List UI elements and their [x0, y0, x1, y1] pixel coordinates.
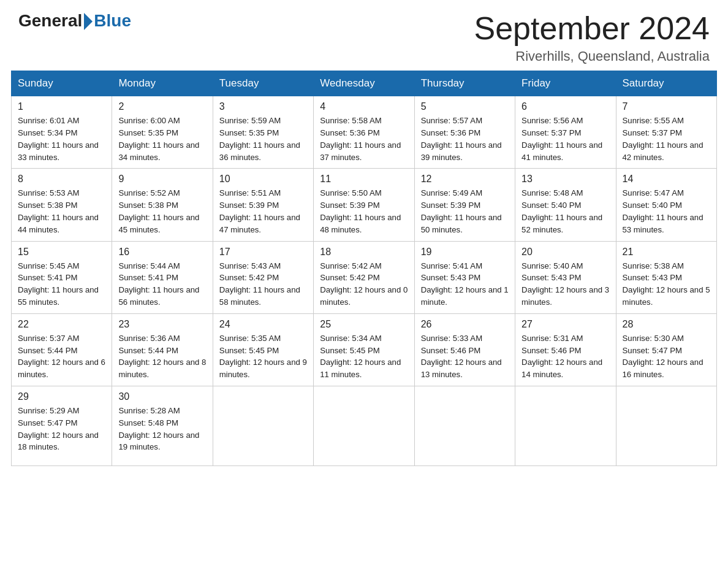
day-info: Sunrise: 5:35 AMSunset: 5:45 PMDaylight:…: [219, 332, 307, 381]
empty-cell: [515, 386, 616, 465]
day-cell-19: 19Sunrise: 5:41 AMSunset: 5:43 PMDayligh…: [414, 241, 515, 313]
day-header-monday: Monday: [112, 71, 213, 96]
empty-cell: [314, 386, 414, 465]
title-area: September 2024 Riverhills, Queensland, A…: [474, 11, 710, 64]
day-cell-26: 26Sunrise: 5:33 AMSunset: 5:46 PMDayligh…: [414, 313, 515, 386]
day-cell-18: 18Sunrise: 5:42 AMSunset: 5:42 PMDayligh…: [314, 241, 414, 313]
day-info: Sunrise: 5:43 AMSunset: 5:42 PMDaylight:…: [219, 260, 307, 308]
day-number: 2: [118, 101, 206, 112]
week-row-1: 1Sunrise: 6:01 AMSunset: 5:34 PMDaylight…: [12, 96, 717, 169]
day-cell-7: 7Sunrise: 5:55 AMSunset: 5:37 PMDaylight…: [616, 96, 716, 169]
day-info: Sunrise: 5:58 AMSunset: 5:36 PMDaylight:…: [320, 115, 408, 163]
day-info: Sunrise: 5:33 AMSunset: 5:46 PMDaylight:…: [421, 332, 509, 381]
day-number: 3: [219, 101, 307, 112]
week-row-2: 8Sunrise: 5:53 AMSunset: 5:38 PMDaylight…: [12, 169, 717, 241]
day-number: 23: [118, 319, 206, 330]
week-row-5: 29Sunrise: 5:29 AMSunset: 5:47 PMDayligh…: [12, 386, 717, 465]
empty-cell: [213, 386, 313, 465]
day-info: Sunrise: 5:44 AMSunset: 5:41 PMDaylight:…: [118, 260, 206, 308]
logo: General Blue: [18, 11, 131, 31]
day-cell-23: 23Sunrise: 5:36 AMSunset: 5:44 PMDayligh…: [112, 313, 213, 386]
month-title: September 2024: [474, 11, 710, 46]
day-header-thursday: Thursday: [414, 71, 515, 96]
day-info: Sunrise: 5:53 AMSunset: 5:38 PMDaylight:…: [18, 187, 105, 236]
day-cell-11: 11Sunrise: 5:50 AMSunset: 5:39 PMDayligh…: [314, 169, 414, 241]
empty-cell: [616, 386, 716, 465]
day-info: Sunrise: 5:41 AMSunset: 5:43 PMDaylight:…: [421, 260, 509, 308]
day-header-saturday: Saturday: [616, 71, 716, 96]
day-number: 1: [18, 101, 105, 112]
day-cell-3: 3Sunrise: 5:59 AMSunset: 5:35 PMDaylight…: [213, 96, 313, 169]
day-number: 14: [623, 174, 710, 185]
day-info: Sunrise: 5:45 AMSunset: 5:41 PMDaylight:…: [18, 260, 105, 308]
day-info: Sunrise: 5:50 AMSunset: 5:39 PMDaylight:…: [320, 187, 408, 236]
day-cell-22: 22Sunrise: 5:37 AMSunset: 5:44 PMDayligh…: [12, 313, 112, 386]
day-info: Sunrise: 6:01 AMSunset: 5:34 PMDaylight:…: [18, 115, 105, 163]
week-row-3: 15Sunrise: 5:45 AMSunset: 5:41 PMDayligh…: [12, 241, 717, 313]
day-cell-5: 5Sunrise: 5:57 AMSunset: 5:36 PMDaylight…: [414, 96, 515, 169]
day-number: 11: [320, 174, 408, 185]
day-number: 28: [623, 319, 710, 330]
day-cell-21: 21Sunrise: 5:38 AMSunset: 5:43 PMDayligh…: [616, 241, 716, 313]
day-info: Sunrise: 5:47 AMSunset: 5:40 PMDaylight:…: [623, 187, 710, 236]
day-cell-25: 25Sunrise: 5:34 AMSunset: 5:45 PMDayligh…: [314, 313, 414, 386]
day-info: Sunrise: 5:28 AMSunset: 5:48 PMDaylight:…: [118, 405, 206, 453]
day-number: 27: [521, 319, 609, 330]
day-cell-10: 10Sunrise: 5:51 AMSunset: 5:39 PMDayligh…: [213, 169, 313, 241]
logo-general-text: General: [18, 11, 82, 31]
day-number: 7: [623, 101, 710, 112]
day-info: Sunrise: 5:31 AMSunset: 5:46 PMDaylight:…: [521, 332, 609, 381]
day-cell-17: 17Sunrise: 5:43 AMSunset: 5:42 PMDayligh…: [213, 241, 313, 313]
day-header-friday: Friday: [515, 71, 616, 96]
day-info: Sunrise: 5:37 AMSunset: 5:44 PMDaylight:…: [18, 332, 105, 381]
day-number: 9: [118, 174, 206, 185]
day-number: 5: [421, 101, 509, 112]
day-cell-6: 6Sunrise: 5:56 AMSunset: 5:37 PMDaylight…: [515, 96, 616, 169]
day-number: 18: [320, 247, 408, 258]
day-info: Sunrise: 5:36 AMSunset: 5:44 PMDaylight:…: [118, 332, 206, 381]
day-cell-1: 1Sunrise: 6:01 AMSunset: 5:34 PMDaylight…: [12, 96, 112, 169]
day-number: 12: [421, 174, 509, 185]
day-cell-8: 8Sunrise: 5:53 AMSunset: 5:38 PMDaylight…: [12, 169, 112, 241]
empty-cell: [414, 386, 515, 465]
day-info: Sunrise: 5:48 AMSunset: 5:40 PMDaylight:…: [521, 187, 609, 236]
day-info: Sunrise: 5:57 AMSunset: 5:36 PMDaylight:…: [421, 115, 509, 163]
day-header-sunday: Sunday: [12, 71, 112, 96]
day-info: Sunrise: 6:00 AMSunset: 5:35 PMDaylight:…: [118, 115, 206, 163]
day-info: Sunrise: 5:34 AMSunset: 5:45 PMDaylight:…: [320, 332, 408, 381]
day-cell-16: 16Sunrise: 5:44 AMSunset: 5:41 PMDayligh…: [112, 241, 213, 313]
day-info: Sunrise: 5:42 AMSunset: 5:42 PMDaylight:…: [320, 260, 408, 308]
day-info: Sunrise: 5:52 AMSunset: 5:38 PMDaylight:…: [118, 187, 206, 236]
day-number: 26: [421, 319, 509, 330]
day-number: 19: [421, 247, 509, 258]
day-cell-15: 15Sunrise: 5:45 AMSunset: 5:41 PMDayligh…: [12, 241, 112, 313]
day-cell-12: 12Sunrise: 5:49 AMSunset: 5:39 PMDayligh…: [414, 169, 515, 241]
logo-blue-text: Blue: [94, 11, 131, 31]
week-row-4: 22Sunrise: 5:37 AMSunset: 5:44 PMDayligh…: [12, 313, 717, 386]
days-header-row: SundayMondayTuesdayWednesdayThursdayFrid…: [12, 71, 717, 96]
day-number: 15: [18, 247, 105, 258]
day-info: Sunrise: 5:55 AMSunset: 5:37 PMDaylight:…: [623, 115, 710, 163]
day-number: 17: [219, 247, 307, 258]
day-cell-2: 2Sunrise: 6:00 AMSunset: 5:35 PMDaylight…: [112, 96, 213, 169]
day-number: 20: [521, 247, 609, 258]
day-number: 30: [118, 391, 206, 402]
day-number: 21: [623, 247, 710, 258]
day-cell-9: 9Sunrise: 5:52 AMSunset: 5:38 PMDaylight…: [112, 169, 213, 241]
day-number: 24: [219, 319, 307, 330]
day-info: Sunrise: 5:29 AMSunset: 5:47 PMDaylight:…: [18, 405, 105, 453]
day-cell-14: 14Sunrise: 5:47 AMSunset: 5:40 PMDayligh…: [616, 169, 716, 241]
day-cell-13: 13Sunrise: 5:48 AMSunset: 5:40 PMDayligh…: [515, 169, 616, 241]
day-info: Sunrise: 5:30 AMSunset: 5:47 PMDaylight:…: [623, 332, 710, 381]
day-info: Sunrise: 5:40 AMSunset: 5:43 PMDaylight:…: [521, 260, 609, 308]
day-info: Sunrise: 5:51 AMSunset: 5:39 PMDaylight:…: [219, 187, 307, 236]
day-info: Sunrise: 5:59 AMSunset: 5:35 PMDaylight:…: [219, 115, 307, 163]
day-number: 10: [219, 174, 307, 185]
day-number: 6: [521, 101, 609, 112]
day-number: 16: [118, 247, 206, 258]
day-number: 25: [320, 319, 408, 330]
day-cell-28: 28Sunrise: 5:30 AMSunset: 5:47 PMDayligh…: [616, 313, 716, 386]
day-header-wednesday: Wednesday: [314, 71, 414, 96]
day-number: 29: [18, 391, 105, 402]
calendar-wrapper: SundayMondayTuesdayWednesdayThursdayFrid…: [0, 71, 728, 477]
